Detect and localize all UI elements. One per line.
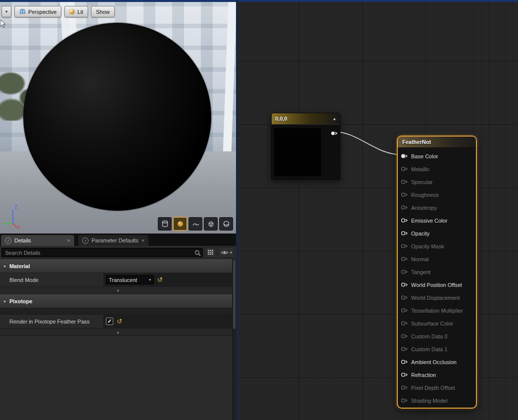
- search-icon: [194, 249, 201, 258]
- pin-label: World Position Offset: [411, 282, 462, 288]
- constant-color-node[interactable]: 0,0,0 ▲: [271, 113, 340, 180]
- pin-label: Refraction: [411, 372, 436, 378]
- view-options-button[interactable]: ▾: [218, 247, 235, 258]
- collapse-arrow-icon[interactable]: ▲: [332, 117, 336, 121]
- material-node-header[interactable]: FeatherNot: [398, 137, 476, 148]
- preview-shape-cube-button[interactable]: [204, 217, 218, 231]
- material-preview-sphere[interactable]: [23, 23, 211, 211]
- svg-text:Z: Z: [14, 204, 17, 210]
- pin-icon[interactable]: [401, 231, 408, 237]
- pin-icon[interactable]: [401, 333, 408, 340]
- section-pixotope-title: Pixotope: [9, 298, 32, 304]
- left-column: ▾ Perspective Lit Show: [0, 2, 236, 420]
- section-header-material[interactable]: ▼ Material: [0, 259, 236, 273]
- pin-icon[interactable]: [401, 256, 408, 263]
- pin-icon[interactable]: [401, 218, 408, 224]
- pin-label: Specular: [411, 179, 432, 185]
- constant-node-header[interactable]: 0,0,0 ▲: [271, 113, 340, 124]
- preview-shape-plane-button[interactable]: [188, 217, 202, 231]
- pin-icon[interactable]: [401, 205, 408, 211]
- pin-icon[interactable]: [401, 346, 408, 353]
- pin-icon[interactable]: [401, 398, 408, 404]
- collapse-arrow-icon: ▲: [116, 330, 120, 334]
- chevron-down-icon: ▾: [230, 250, 232, 255]
- cylinder-icon: [161, 220, 169, 228]
- preview-viewport[interactable]: ▾ Perspective Lit Show: [0, 2, 236, 233]
- pin-icon[interactable]: [401, 359, 408, 366]
- feather-pass-label: Render in Pixotope Feather Pass: [0, 315, 104, 328]
- preview-shape-sphere-button[interactable]: [173, 217, 187, 231]
- pin-icon[interactable]: [401, 153, 408, 160]
- blend-mode-dropdown[interactable]: Translucent ▾: [106, 275, 154, 284]
- scrollbar-thumb[interactable]: [233, 260, 235, 329]
- section-collapser[interactable]: ▲: [0, 328, 236, 336]
- tab-details[interactable]: i Details ×: [1, 235, 74, 246]
- tab-parameter-defaults[interactable]: i Parameter Defaults ×: [78, 235, 148, 246]
- pin-label: Tessellation Multiplier: [411, 308, 463, 314]
- pin-icon[interactable]: [401, 321, 408, 327]
- pin-icon[interactable]: [401, 166, 408, 173]
- pin-icon[interactable]: [401, 282, 408, 288]
- perspective-button[interactable]: Perspective: [14, 6, 61, 17]
- svg-text:x: x: [17, 224, 20, 230]
- lit-sphere-icon: [69, 9, 75, 14]
- section-header-pixotope[interactable]: ▼ Pixotope: [0, 294, 236, 308]
- preview-shape-teapot-button[interactable]: [219, 217, 233, 231]
- material-input-pin-row: Custom Data 1: [398, 343, 476, 356]
- window-top-border: [0, 0, 518, 2]
- pin-icon[interactable]: [401, 308, 408, 314]
- pin-icon[interactable]: [401, 269, 408, 276]
- tab-parameter-defaults-label: Parameter Defaults: [92, 237, 139, 243]
- perspective-label: Perspective: [28, 9, 56, 15]
- material-graph-canvas[interactable]: 0,0,0 ▲ FeatherNot Base Color: [238, 2, 518, 420]
- pin-icon[interactable]: [401, 295, 408, 301]
- close-icon[interactable]: ×: [67, 237, 70, 243]
- details-panel: i Details × i Parameter Defaults ×: [0, 233, 236, 420]
- material-input-pin-row: Base Color: [398, 150, 476, 163]
- material-input-pin-row: Metallic: [398, 163, 476, 176]
- section-expander[interactable]: ▼: [0, 287, 236, 294]
- details-search-row: ▾: [0, 246, 236, 259]
- material-node-title: FeatherNot: [402, 139, 431, 145]
- preview-shape-cylinder-button[interactable]: [158, 217, 172, 231]
- sphere-icon: [177, 220, 184, 228]
- perspective-icon: [19, 9, 26, 15]
- pin-icon[interactable]: [401, 385, 408, 391]
- details-scrollbar[interactable]: [232, 259, 236, 420]
- lit-mode-button[interactable]: Lit: [64, 6, 88, 17]
- pin-icon[interactable]: [401, 372, 408, 378]
- preview-shape-buttons: [158, 217, 233, 231]
- show-flags-button[interactable]: Show: [91, 6, 115, 17]
- material-input-pin-row: Emissive Color: [398, 214, 476, 227]
- material-input-pin-row: Specular: [398, 176, 476, 188]
- search-input[interactable]: [1, 248, 203, 257]
- axis-gizmo: Z x: [2, 202, 25, 232]
- reset-to-default-icon[interactable]: ↺: [157, 277, 163, 283]
- material-result-node[interactable]: FeatherNot Base Color Metallic Specular: [397, 136, 477, 409]
- info-icon: i: [5, 237, 11, 244]
- material-input-pin-row: Tessellation Multiplier: [398, 304, 476, 317]
- feather-pass-checkbox[interactable]: ✓: [106, 318, 113, 325]
- pin-label: Subsurface Color: [411, 321, 453, 327]
- teapot-icon: [223, 220, 230, 228]
- pin-icon[interactable]: [401, 243, 408, 250]
- close-icon[interactable]: ×: [141, 237, 144, 243]
- panel-divider[interactable]: [236, 0, 238, 420]
- pin-label: Ambient Occlusion: [411, 359, 457, 365]
- reset-to-default-icon[interactable]: ↺: [117, 318, 122, 325]
- pin-icon[interactable]: [401, 179, 408, 186]
- pin-label: Custom Data 0: [411, 333, 447, 339]
- blend-mode-row: Blend Mode Translucent ▾ ↺: [0, 273, 236, 287]
- check-icon: ✓: [107, 319, 112, 324]
- pin-label: Normal: [411, 256, 428, 262]
- constant-node-title: 0,0,0: [275, 116, 287, 122]
- pin-icon[interactable]: [401, 192, 408, 198]
- display-filter-button[interactable]: [205, 247, 216, 258]
- output-pin[interactable]: [330, 129, 338, 138]
- blend-mode-value-cell: Translucent ▾ ↺: [104, 273, 236, 286]
- pin-label: Tangent: [411, 269, 430, 275]
- chevron-down-icon: ▾: [149, 278, 151, 282]
- row-spacer: [0, 308, 236, 315]
- material-input-pin-row: Custom Data 0: [398, 330, 476, 343]
- viewport-options-button[interactable]: ▾: [1, 6, 11, 17]
